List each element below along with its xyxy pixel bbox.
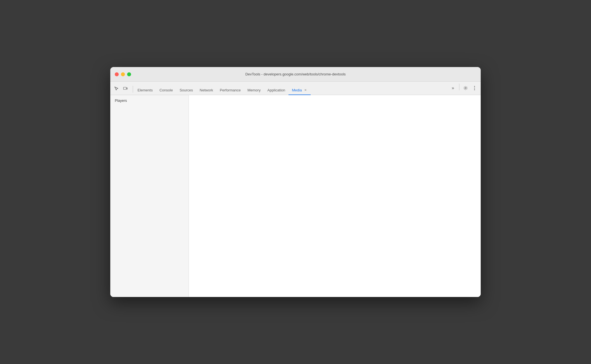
tab-console[interactable]: Console (156, 86, 176, 95)
tab-elements[interactable]: Elements (134, 86, 156, 95)
settings-button[interactable] (462, 84, 469, 92)
toolbar-icons (113, 85, 129, 95)
svg-point-4 (474, 88, 475, 89)
device-toolbar-button[interactable] (122, 85, 129, 93)
svg-point-3 (474, 86, 475, 87)
traffic-lights (115, 72, 131, 76)
minimize-button[interactable] (121, 72, 125, 76)
main-panel (189, 95, 481, 297)
tab-network[interactable]: Network (196, 86, 217, 95)
tab-media[interactable]: Media ✕ (288, 86, 310, 95)
toolbar-right-divider (459, 84, 459, 90)
select-element-button[interactable] (113, 85, 120, 93)
maximize-button[interactable] (127, 72, 131, 76)
svg-rect-0 (123, 87, 126, 89)
sidebar-players-header: Players (115, 98, 184, 103)
svg-rect-1 (127, 88, 127, 89)
svg-point-2 (465, 87, 466, 89)
tab-media-close[interactable]: ✕ (304, 88, 307, 92)
tabs-container: Elements Console Sources Network Perform… (134, 86, 449, 95)
toolbar: Elements Console Sources Network Perform… (110, 82, 481, 95)
close-button[interactable] (115, 72, 119, 76)
window-title: DevTools - developers.google.com/web/too… (245, 72, 346, 76)
devtools-container: Elements Console Sources Network Perform… (110, 82, 481, 297)
customize-button[interactable] (471, 84, 478, 92)
tab-application[interactable]: Application (264, 86, 289, 95)
more-tabs-button[interactable]: » (449, 84, 457, 92)
tab-memory[interactable]: Memory (244, 86, 264, 95)
devtools-window: DevTools - developers.google.com/web/too… (110, 67, 481, 297)
content-area: Players (110, 95, 481, 297)
toolbar-divider (133, 86, 133, 93)
toolbar-right: » (449, 84, 478, 95)
tab-sources[interactable]: Sources (176, 86, 196, 95)
title-bar: DevTools - developers.google.com/web/too… (110, 67, 481, 82)
sidebar: Players (110, 95, 189, 297)
svg-point-5 (474, 89, 475, 90)
tab-performance[interactable]: Performance (216, 86, 244, 95)
